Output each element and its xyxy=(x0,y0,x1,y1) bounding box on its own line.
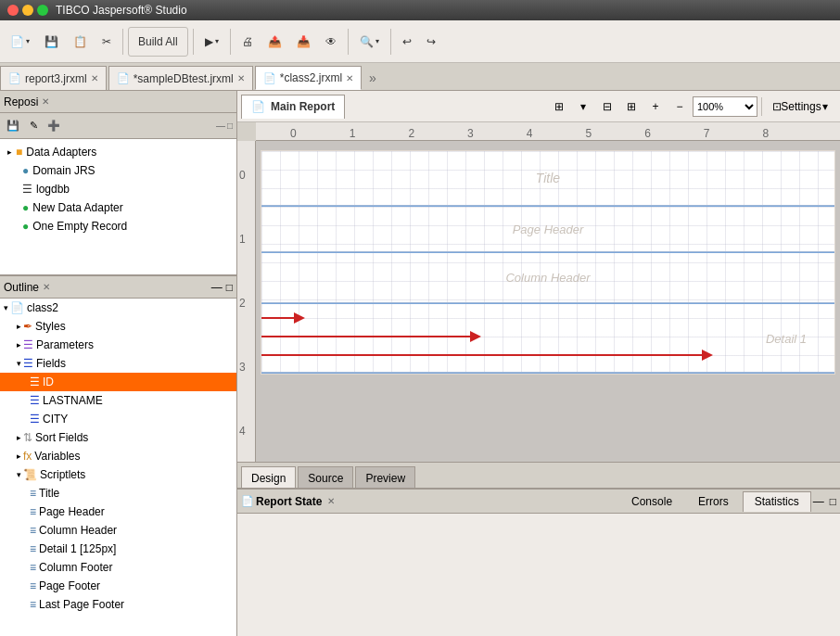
outline-item-styles[interactable]: ▸ ✒ Styles xyxy=(0,317,236,336)
band-detail[interactable]: Detail 1 xyxy=(261,304,834,374)
tab-sampledb[interactable]: 📄 *sampleDBtest.jrxml ✕ xyxy=(108,66,253,90)
save-icon: 💾 xyxy=(45,35,58,48)
export-button[interactable]: 📤 xyxy=(261,27,288,57)
window-controls[interactable] xyxy=(7,5,48,16)
zoom-select[interactable]: 100% 75% 50% 150% 200% xyxy=(693,96,757,117)
tab-sampledb-close[interactable]: ✕ xyxy=(237,73,245,83)
outline-item-variables[interactable]: ▸ fx Variables xyxy=(0,447,236,465)
db-icon: ● xyxy=(22,164,29,177)
outline-item-scriptlets[interactable]: ▾ 📜 Scriptlets xyxy=(0,465,236,484)
outline-item-col-footer[interactable]: ≡ Column Footer xyxy=(0,558,236,577)
print-button[interactable]: 🖨 xyxy=(235,27,260,57)
bottom-panel-close[interactable]: ✕ xyxy=(327,496,335,506)
redo-button[interactable]: ↪ xyxy=(420,27,442,57)
outline-item-label: Styles xyxy=(35,320,66,333)
repo-item-domain[interactable]: ● Domain JRS xyxy=(0,161,236,180)
outline-item-fields[interactable]: ▾ ☰ Fields xyxy=(0,354,236,373)
repo-item-empty[interactable]: ● One Empty Record xyxy=(0,217,236,235)
repo-save-button[interactable]: 💾 xyxy=(4,117,22,135)
outline-item-col-header[interactable]: ≡ Column Header xyxy=(0,521,236,540)
preview-button[interactable]: 👁 xyxy=(319,27,343,57)
tab-console-label: Console xyxy=(631,495,672,508)
repo-edit-button[interactable]: ✎ xyxy=(24,117,43,135)
band-icon: ≡ xyxy=(30,579,36,592)
script-icon: 📜 xyxy=(23,468,37,481)
right-panel: 📄 Main Report ⊞ ▾ ⊟ ⊞ + − 100% 75% 50% 1… xyxy=(237,91,840,636)
outline-item-last-footer[interactable]: ≡ Last Page Footer xyxy=(0,595,236,614)
import-button[interactable]: 📥 xyxy=(290,27,317,57)
bottom-minimize[interactable]: — xyxy=(813,495,824,508)
build-all-button[interactable]: Build All xyxy=(128,27,188,57)
outline-panel-close[interactable]: ✕ xyxy=(43,282,50,292)
tab-class2[interactable]: 📄 *class2.jrxml ✕ xyxy=(255,66,362,90)
outline-item-id[interactable]: ☰ ID xyxy=(0,373,236,391)
zoom-out-button[interactable]: − xyxy=(668,95,691,118)
repo-item-logdbb[interactable]: ☰ logdbb xyxy=(0,180,236,198)
design-tabs: Design Source Preview xyxy=(237,462,840,488)
outline-item-title-band[interactable]: ≡ Title xyxy=(0,484,236,502)
run-button[interactable]: ▶ ▾ xyxy=(198,27,225,57)
settings-dropdown[interactable]: ▾ xyxy=(814,95,836,118)
db-icon: ☰ xyxy=(22,183,32,196)
outline-maximize[interactable]: □ xyxy=(226,281,233,294)
zoom-in-button[interactable]: + xyxy=(644,95,667,118)
tab-source[interactable]: Source xyxy=(298,466,353,489)
tab-errors[interactable]: Errors xyxy=(686,491,741,512)
fields-icon: ☰ xyxy=(23,357,33,370)
band-col-header[interactable]: Column Header xyxy=(261,253,834,304)
outline-item-page-footer[interactable]: ≡ Page Footer xyxy=(0,577,236,595)
view-dropdown-button[interactable]: ▾ xyxy=(572,95,594,118)
grid-button[interactable]: ⊟ xyxy=(596,95,618,118)
band-col-header-label: Column Header xyxy=(505,271,590,285)
outline-minimize[interactable]: — xyxy=(211,281,223,294)
tab-report3[interactable]: 📄 report3.jrxml ✕ xyxy=(0,66,107,90)
band-title[interactable]: Title xyxy=(261,151,834,207)
outline-panel-header: Outline ✕ — □ xyxy=(0,276,236,299)
repo-item-data-adapters[interactable]: ▸ ■ Data Adapters xyxy=(0,143,236,161)
outline-item-class2[interactable]: ▾ 📄 class2 xyxy=(0,299,236,317)
search-icon: 🔍 xyxy=(360,35,374,48)
field-icon: ☰ xyxy=(30,413,40,426)
save-button[interactable]: 💾 xyxy=(38,27,65,57)
outline-item-detail1[interactable]: ≡ Detail 1 [125px] xyxy=(0,540,236,558)
close-button[interactable] xyxy=(7,5,19,16)
repo-minimize[interactable]: — xyxy=(216,121,225,131)
outline-panel: Outline ✕ — □ ▾ 📄 class2 ▸ ✒ Styles ▸ xyxy=(0,276,236,636)
copy-button[interactable]: 📋 xyxy=(67,27,94,57)
ruler-mark-3: 3 xyxy=(465,127,474,140)
repo-item-label: Data Adapters xyxy=(26,146,96,159)
repo-item-new-adapter[interactable]: ● New Data Adapter xyxy=(0,198,236,217)
tab-statistics[interactable]: Statistics xyxy=(743,491,811,512)
fit-button[interactable]: ⊞ xyxy=(620,95,643,118)
outline-item-sortfields[interactable]: ▸ ⇅ Sort Fields xyxy=(0,428,236,447)
outline-item-parameters[interactable]: ▸ ☰ Parameters xyxy=(0,336,236,354)
minimize-button[interactable] xyxy=(22,5,33,16)
tab-report3-close[interactable]: ✕ xyxy=(91,73,98,83)
tab-class2-close[interactable]: ✕ xyxy=(346,73,353,83)
bottom-maximize[interactable]: □ xyxy=(830,495,836,508)
search-button[interactable]: 🔍 ▾ xyxy=(353,27,386,57)
canvas-area: 0 1 2 3 4 5 6 7 8 0 1 2 3 4 xyxy=(237,122,840,462)
tab-preview[interactable]: Preview xyxy=(355,466,415,489)
expand-icon: ▾ xyxy=(17,359,21,368)
repo-panel-close[interactable]: ✕ xyxy=(42,96,49,107)
repo-add-button[interactable]: ➕ xyxy=(45,117,63,135)
outline-item-lastname[interactable]: ☰ LASTNAME xyxy=(0,391,236,410)
new-button[interactable]: 📄 ▾ xyxy=(4,27,36,57)
undo-button[interactable]: ↩ xyxy=(396,27,418,57)
main-report-tab[interactable]: 📄 Main Report xyxy=(241,95,345,119)
tab-console[interactable]: Console xyxy=(619,491,684,512)
cut-button[interactable]: ✂ xyxy=(95,27,118,57)
settings-button[interactable]: Settings xyxy=(790,95,812,118)
outline-item-city[interactable]: ☰ CITY xyxy=(0,410,236,428)
tabs-overflow[interactable]: » xyxy=(363,66,382,90)
outline-content: ▾ 📄 class2 ▸ ✒ Styles ▸ ☰ Parameters ▾ ☰ xyxy=(0,299,236,636)
band-page-header[interactable]: Page Header xyxy=(261,207,834,253)
outline-item-page-header[interactable]: ≡ Page Header xyxy=(0,502,236,521)
table-icon-button[interactable]: ⊞ xyxy=(548,95,570,118)
repo-maximize[interactable]: □ xyxy=(227,121,233,131)
redo-icon: ↪ xyxy=(426,35,436,48)
tab-design[interactable]: Design xyxy=(241,466,296,489)
maximize-button[interactable] xyxy=(37,5,48,16)
params-icon: ☰ xyxy=(23,338,33,351)
